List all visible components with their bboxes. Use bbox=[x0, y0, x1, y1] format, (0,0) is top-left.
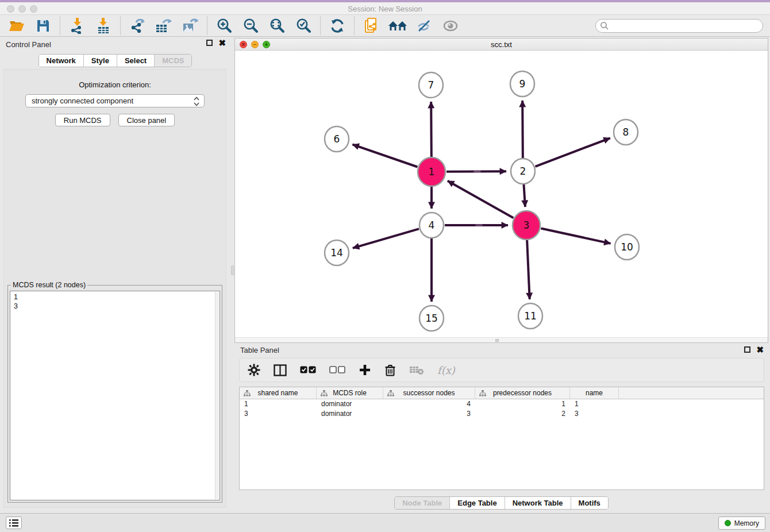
splitter-grip[interactable] bbox=[231, 265, 234, 275]
tab-network[interactable]: Network bbox=[39, 55, 84, 67]
graph-edge-2-3[interactable] bbox=[523, 184, 525, 207]
status-bar: Memory bbox=[0, 513, 770, 532]
show-column-button[interactable] bbox=[274, 364, 287, 376]
run-mcds-button[interactable]: Run MCDS bbox=[55, 114, 110, 126]
column-type-icon bbox=[244, 390, 251, 396]
graph-edge-1-6[interactable] bbox=[352, 144, 417, 167]
graph-edge-4-14[interactable] bbox=[353, 229, 419, 248]
delete-column-button[interactable] bbox=[384, 364, 396, 377]
table-toolbar: f(x) bbox=[239, 358, 764, 382]
vertical-splitter[interactable] bbox=[230, 36, 234, 511]
open-file-button[interactable] bbox=[8, 17, 25, 34]
close-panel-icon[interactable]: ✖ bbox=[218, 40, 226, 46]
zoom-in-button[interactable] bbox=[215, 17, 233, 34]
table-cell[interactable]: 4 bbox=[383, 399, 475, 409]
column-header-MCDS-role[interactable]: MCDS role bbox=[317, 387, 383, 399]
save-disk-icon bbox=[36, 19, 50, 33]
graph-edge-2-9[interactable] bbox=[522, 101, 523, 158]
table-cell[interactable]: dominator bbox=[317, 399, 383, 409]
splitter-grip[interactable] bbox=[495, 339, 499, 342]
network-graph[interactable]: 7968124314101511 bbox=[235, 51, 768, 338]
zoom-fit-icon bbox=[269, 18, 285, 34]
table-row[interactable]: 1dominator411 bbox=[240, 399, 764, 409]
horizontal-splitter[interactable] bbox=[235, 337, 768, 342]
graph-edge-2-8[interactable] bbox=[536, 138, 610, 167]
column-header-predecessor-nodes[interactable]: predecessor nodes bbox=[475, 387, 570, 399]
create-column-button[interactable] bbox=[359, 364, 371, 376]
show-all-button[interactable] bbox=[442, 17, 459, 34]
column-header-successor-nodes[interactable]: successor nodes bbox=[383, 387, 475, 399]
column-header-name[interactable]: name bbox=[570, 387, 619, 399]
zoom-out-icon bbox=[242, 18, 259, 34]
column-header-label: predecessor nodes bbox=[493, 389, 552, 397]
tab-network-table[interactable]: Network Table bbox=[505, 497, 571, 509]
network-window-titlebar[interactable]: × − + scc.txt bbox=[235, 38, 768, 51]
network-view-window: × − + scc.txt 7968124314101511 bbox=[234, 38, 768, 343]
mcds-result-list[interactable]: 13 bbox=[10, 291, 220, 500]
float-panel-icon[interactable] bbox=[206, 40, 213, 46]
zoom-in-icon bbox=[216, 18, 232, 34]
table-cell[interactable]: 2 bbox=[475, 409, 570, 419]
graph-node-label: 9 bbox=[519, 78, 526, 90]
graph-node-label: 1 bbox=[429, 166, 435, 178]
table-cell[interactable]: 3 bbox=[240, 409, 317, 419]
refresh-button[interactable] bbox=[329, 17, 346, 34]
search-input[interactable] bbox=[595, 19, 763, 33]
import-table-button[interactable] bbox=[95, 17, 112, 34]
select-value: strongly connected component bbox=[32, 97, 133, 105]
table-row[interactable]: 3dominator323 bbox=[240, 409, 764, 419]
table-cell[interactable]: 3 bbox=[570, 409, 619, 419]
optimization-criterion-select[interactable]: strongly connected component bbox=[25, 94, 205, 107]
zoom-fit-button[interactable] bbox=[268, 17, 286, 34]
column-header-shared-name[interactable]: shared name bbox=[240, 387, 317, 399]
function-builder-disabled: f(x) bbox=[437, 364, 455, 376]
select-all-button[interactable] bbox=[300, 366, 316, 374]
float-panel-icon[interactable] bbox=[744, 346, 750, 353]
tab-mcds[interactable]: MCDS bbox=[155, 55, 191, 67]
table-settings-button[interactable] bbox=[248, 364, 260, 376]
memory-button[interactable]: Memory bbox=[718, 516, 765, 530]
table-cell[interactable]: 3 bbox=[383, 409, 475, 419]
column-header-label: shared name bbox=[257, 389, 298, 397]
tab-motifs[interactable]: Motifs bbox=[571, 497, 608, 509]
zoom-out-button[interactable] bbox=[242, 17, 259, 34]
table-cell[interactable]: 1 bbox=[240, 399, 317, 409]
graph-edge-3-1[interactable] bbox=[448, 181, 513, 218]
refresh-icon bbox=[330, 18, 345, 33]
tab-select[interactable]: Select bbox=[117, 55, 155, 67]
table-cell[interactable]: dominator bbox=[317, 409, 383, 419]
close-panel-icon[interactable]: ✖ bbox=[756, 346, 764, 353]
graph-node-label: 4 bbox=[429, 219, 435, 231]
table-body: 1dominator4113dominator323 bbox=[240, 399, 764, 419]
graph-node-label: 11 bbox=[524, 310, 537, 322]
close-panel-button[interactable]: Close panel bbox=[118, 114, 175, 126]
graph-node-label: 2 bbox=[520, 165, 526, 177]
result-scrollbar[interactable] bbox=[215, 292, 219, 499]
tab-node-table[interactable]: Node Table bbox=[395, 497, 450, 509]
graph-edge-3-11[interactable] bbox=[527, 240, 530, 299]
app-title: Session: New Session bbox=[0, 5, 770, 13]
export-image-button[interactable] bbox=[182, 17, 199, 34]
graph-edge-1-7[interactable] bbox=[431, 102, 432, 157]
hide-selected-button[interactable] bbox=[415, 17, 433, 34]
zoom-selected-button[interactable] bbox=[295, 17, 312, 34]
table-cell[interactable]: 1 bbox=[475, 399, 570, 409]
network-canvas[interactable]: 7968124314101511 bbox=[235, 51, 768, 337]
export-table-button[interactable] bbox=[155, 17, 172, 34]
table-cell[interactable]: 1 bbox=[570, 399, 619, 409]
task-history-button[interactable] bbox=[6, 516, 22, 529]
tab-style[interactable]: Style bbox=[84, 55, 117, 67]
export-network-button[interactable] bbox=[129, 17, 146, 34]
export-image-icon bbox=[182, 18, 199, 34]
mcds-result-line: 1 bbox=[14, 292, 216, 302]
import-network-button[interactable] bbox=[68, 17, 86, 34]
tab-edge-table[interactable]: Edge Table bbox=[450, 497, 505, 509]
clone-network-button[interactable] bbox=[363, 17, 380, 34]
optimization-criterion-label: Optimization criterion: bbox=[4, 80, 226, 89]
first-neighbors-button[interactable] bbox=[389, 17, 406, 34]
graph-edge-3-10[interactable] bbox=[541, 229, 610, 244]
clone-network-icon bbox=[364, 17, 379, 34]
unselect-all-button[interactable] bbox=[329, 366, 345, 374]
table-panel-title: Table Panel bbox=[240, 346, 279, 354]
save-session-button[interactable] bbox=[34, 17, 52, 34]
